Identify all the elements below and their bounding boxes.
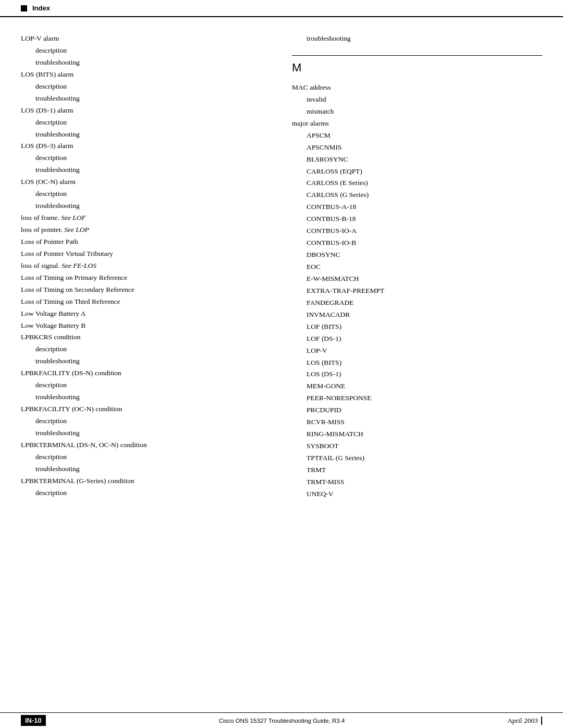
list-item: description — [21, 415, 271, 427]
list-item: LOS (BITS) alarm — [21, 69, 271, 81]
list-item: TPTFAIL (G Series) — [292, 452, 542, 464]
list-item: LPBKTERMINAL (DS-N, OC-N) condition — [21, 439, 271, 451]
list-item: loss of frame. See LOF — [21, 212, 271, 224]
list-item: Low Voltage Battery B — [21, 320, 271, 332]
list-item: UNEQ-V — [292, 488, 542, 500]
list-item: troubleshooting — [21, 164, 271, 176]
list-item: description — [21, 451, 271, 463]
footer-right-area: April 2003 — [507, 717, 542, 725]
list-item: major alarms — [292, 118, 542, 130]
list-item: troubleshooting — [292, 33, 542, 45]
page: Index LOP-V alarm description troublesho… — [0, 0, 563, 728]
list-item: SYSBOOT — [292, 440, 542, 452]
list-item: mismatch — [292, 106, 542, 118]
list-item: TRMT-MISS — [292, 476, 542, 488]
list-item: troubleshooting — [21, 200, 271, 212]
list-item: LOP-V alarm — [21, 33, 271, 45]
list-item: troubleshooting — [21, 355, 271, 367]
top-bar: Index — [0, 0, 563, 17]
list-item: CONTBUS-IO-A — [292, 225, 542, 237]
list-item: LPBKCRS condition — [21, 331, 271, 343]
list-item: CARLOSS (E Series) — [292, 177, 542, 189]
list-item: BLSROSYNC — [292, 154, 542, 166]
list-item: description — [21, 188, 271, 200]
list-item: LOS (OC-N) alarm — [21, 176, 271, 188]
list-item: DBOSYNC — [292, 249, 542, 261]
list-item: MEM-GONE — [292, 380, 542, 392]
list-item: loss of pointer. See LOP — [21, 224, 271, 236]
list-item: description — [21, 343, 271, 355]
list-item: CARLOSS (G Series) — [292, 189, 542, 201]
footer-center-text: Cisco ONS 15327 Troubleshooting Guide, R… — [56, 718, 507, 724]
footer-bar-line — [541, 717, 542, 725]
list-item: description — [21, 45, 271, 57]
list-item: RING-MISMATCH — [292, 428, 542, 440]
list-item: loss of signal. See FE-LOS — [21, 260, 271, 272]
list-item: LOF (DS-1) — [292, 333, 542, 345]
list-item: LPBKFACILITY (OC-N) condition — [21, 403, 271, 415]
list-item: troubleshooting — [21, 129, 271, 141]
list-item: Loss of Timing on Primary Reference — [21, 272, 271, 284]
list-item: Loss of Timing on Third Reference — [21, 296, 271, 308]
list-item: LOF (BITS) — [292, 321, 542, 333]
section-divider — [292, 55, 542, 56]
list-item: Loss of Pointer Path — [21, 236, 271, 248]
list-item: description — [21, 81, 271, 93]
footer-date: April 2003 — [507, 717, 538, 725]
list-item: Loss of Pointer Virtual Tributary — [21, 248, 271, 260]
content-area: LOP-V alarm description troubleshooting … — [0, 17, 563, 532]
list-item: APSCM — [292, 130, 542, 142]
list-item: MAC address — [292, 82, 542, 94]
list-item: troubleshooting — [21, 463, 271, 475]
footer: IN-10 Cisco ONS 15327 Troubleshooting Gu… — [0, 712, 563, 728]
list-item: TRMT — [292, 464, 542, 476]
list-item: Low Voltage Battery A — [21, 308, 271, 320]
list-item: troubleshooting — [21, 57, 271, 69]
list-item: LOS (DS-1) alarm — [21, 105, 271, 117]
list-item: CARLOSS (EQPT) — [292, 166, 542, 178]
list-item: LPBKTERMINAL (G-Series) condition — [21, 475, 271, 487]
list-item: E-W-MISMATCH — [292, 273, 542, 285]
list-item: CONTBUS-A-18 — [292, 201, 542, 213]
list-item: description — [21, 117, 271, 129]
list-item: troubleshooting — [21, 93, 271, 105]
list-item: description — [21, 379, 271, 391]
list-item: CONTBUS-IO-B — [292, 237, 542, 249]
list-item: RCVR-MISS — [292, 416, 542, 428]
top-bar-icon — [21, 5, 27, 11]
list-item: PRCDUPID — [292, 404, 542, 416]
list-item: troubleshooting — [21, 427, 271, 439]
list-item: EOC — [292, 261, 542, 273]
list-item: LPBKFACILITY (DS-N) condition — [21, 367, 271, 379]
list-item: description — [21, 487, 271, 499]
list-item: LOP-V — [292, 345, 542, 357]
list-item: FANDEGRADE — [292, 297, 542, 309]
list-item: LOS (BITS) — [292, 357, 542, 369]
list-item: APSCNMIS — [292, 142, 542, 154]
section-letter: M — [292, 61, 542, 75]
footer-badge: IN-10 — [21, 715, 46, 726]
list-item: Loss of Timing on Secondary Reference — [21, 284, 271, 296]
list-item: LOS (DS-1) — [292, 368, 542, 380]
list-item: invalid — [292, 94, 542, 106]
top-bar-label: Index — [32, 4, 50, 12]
right-column: troubleshooting M MAC address invalid mi… — [282, 33, 542, 500]
list-item: INVMACADR — [292, 309, 542, 321]
list-item: PEER-NORESPONSE — [292, 392, 542, 404]
left-column: LOP-V alarm description troubleshooting … — [21, 33, 282, 500]
list-item: LOS (DS-3) alarm — [21, 140, 271, 152]
list-item: description — [21, 152, 271, 164]
list-item: EXTRA-TRAF-PREEMPT — [292, 285, 542, 297]
list-item: CONTBUS-B-18 — [292, 213, 542, 225]
list-item: troubleshooting — [21, 391, 271, 403]
